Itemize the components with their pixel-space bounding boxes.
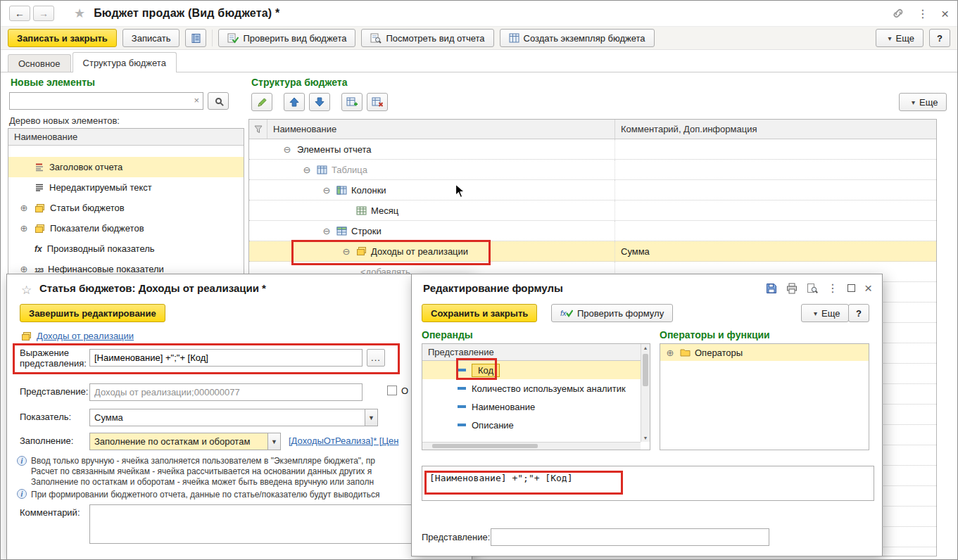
notebook-icon <box>191 33 201 44</box>
check-formula-button[interactable]: fx Проверить формулу <box>551 304 673 322</box>
view-report-button[interactable]: Посмотреть вид отчета <box>361 29 493 47</box>
item-link[interactable]: Доходы от реализации <box>37 331 134 341</box>
collapse-icon[interactable]: ⊖ <box>282 144 293 155</box>
favorite-star-icon[interactable]: ☆ <box>21 283 32 298</box>
save-icon[interactable] <box>766 283 777 294</box>
checkbox[interactable] <box>387 386 397 395</box>
operand-row-selected[interactable]: Код <box>422 361 650 379</box>
formula-more-button[interactable]: Еще <box>801 304 849 322</box>
operand-row[interactable]: Количество используемых аналитик <box>422 379 650 397</box>
collapse-icon[interactable]: ⊖ <box>321 185 332 196</box>
maximize-icon[interactable] <box>847 284 855 292</box>
formula-save-close-button[interactable]: Сохранить и закрыть <box>422 304 537 322</box>
save-and-close-button[interactable]: Записать и закрыть <box>8 29 117 47</box>
list-item-budget-items[interactable]: ⊕ Статьи бюджетов <box>8 198 244 218</box>
table-row[interactable]: ⊖ Колонки <box>249 180 936 201</box>
expression-input[interactable] <box>89 349 363 367</box>
tree-caption: Дерево новых элементов: <box>9 115 120 126</box>
more-menu-icon[interactable]: ⋮ <box>827 281 838 295</box>
close-dialog-icon[interactable]: × <box>864 281 872 295</box>
fx-check-icon: fx <box>560 308 573 318</box>
column-header-comment[interactable]: Комментарий, Доп.информация <box>615 120 936 139</box>
filling-combo[interactable]: Заполнение по остаткам и оборотам ▼ <box>89 433 281 450</box>
move-up-button[interactable] <box>284 93 305 111</box>
create-budget-instance-button[interactable]: Создать экземпляр бюджета <box>500 29 655 47</box>
list-item-derived-indicator[interactable]: Производный показатель <box>8 238 244 259</box>
operand-row[interactable]: Описание <box>422 416 650 434</box>
list-item-report-header[interactable]: Заголовок отчета <box>8 157 244 177</box>
list-item-budget-indicators[interactable]: ⊕ Показатели бюджетов <box>8 218 244 238</box>
check-budget-view-button[interactable]: Проверить вид бюджета <box>218 29 355 47</box>
delete-group-button[interactable] <box>367 93 388 111</box>
scrollbar-thumb[interactable] <box>432 444 538 448</box>
forward-button[interactable]: → <box>33 6 54 21</box>
add-group-button[interactable] <box>341 93 363 111</box>
indicator-combo[interactable]: Сумма ▼ <box>89 409 378 426</box>
column-header-name[interactable]: Наименование <box>267 120 615 139</box>
formula-presentation-label: Представление: <box>422 532 490 542</box>
close-window-icon[interactable]: × <box>941 7 949 20</box>
table-row[interactable]: Месяц <box>249 201 936 221</box>
app-window: ← → ★ Бюджет продаж (Вид бюджета) * ⋮ × … <box>0 0 958 560</box>
comment-label: Комментарий: <box>20 507 80 518</box>
sort-column-header[interactable] <box>249 120 267 139</box>
preview-icon[interactable] <box>807 283 818 294</box>
scrollbar-thumb[interactable] <box>643 354 648 386</box>
help-button[interactable]: ? <box>929 29 950 47</box>
tree-column-header[interactable]: Наименование <box>8 129 244 146</box>
notebook-button[interactable] <box>185 29 206 47</box>
table-document-icon <box>509 33 519 43</box>
comment-textarea[interactable] <box>89 504 419 544</box>
table-row[interactable]: ⊖ Строки <box>249 221 936 241</box>
expand-icon[interactable]: ⊕ <box>18 203 30 213</box>
more-actions-button[interactable]: Еще <box>876 29 924 47</box>
search-button[interactable] <box>208 92 229 110</box>
expand-icon[interactable]: ⊕ <box>664 348 676 358</box>
rows-icon <box>336 227 347 236</box>
presentation-label: Представление: <box>20 386 88 397</box>
vertical-scrollbar[interactable]: ▲ ▼ <box>641 344 650 442</box>
formula-help-button[interactable]: ? <box>848 304 869 322</box>
table-row[interactable]: ⊖ Таблица <box>249 160 936 180</box>
save-button[interactable]: Записать <box>122 29 180 47</box>
filling-link[interactable]: [ДоходыОтРеализа]* [Цен <box>289 435 398 446</box>
search-input[interactable] <box>10 93 203 109</box>
scroll-down-icon[interactable]: ▼ <box>641 435 650 440</box>
collapse-icon[interactable]: ⊖ <box>341 246 352 257</box>
list-item-static-text[interactable]: Нередактируемый текст <box>8 177 244 198</box>
formula-text-box[interactable]: [Наименование] +";"+ [Код] <box>422 466 874 501</box>
structure-more-button[interactable]: Еще <box>899 93 947 111</box>
operand-icon <box>458 387 466 390</box>
print-icon[interactable] <box>786 283 798 294</box>
operators-list: ⊕ Операторы <box>660 343 869 450</box>
operators-root-row[interactable]: ⊕ Операторы <box>660 344 869 361</box>
title-bar: ← → ★ Бюджет продаж (Вид бюджета) * ⋮ × <box>1 1 957 26</box>
collapse-icon[interactable]: ⊖ <box>301 165 313 175</box>
operand-row[interactable]: Наименование <box>422 397 650 416</box>
edit-button[interactable] <box>251 93 272 111</box>
budget-item-icon <box>21 331 32 341</box>
operands-column-header[interactable]: Представление <box>422 344 650 361</box>
expand-icon[interactable]: ⊕ <box>18 223 30 234</box>
scroll-up-icon[interactable]: ▲ <box>641 345 650 350</box>
table-row[interactable]: ⊖ Элементы отчета <box>249 139 936 160</box>
chevron-down-icon[interactable]: ▼ <box>267 433 280 450</box>
clear-search-icon[interactable]: × <box>194 95 199 106</box>
more-menu-icon[interactable]: ⋮ <box>917 7 928 20</box>
finish-editing-button[interactable]: Завершить редактирование <box>20 304 165 322</box>
operands-list: Представление Код Количество используемы… <box>422 343 650 450</box>
formula-presentation-input[interactable] <box>491 528 769 546</box>
horizontal-scrollbar[interactable] <box>422 442 641 450</box>
link-icon[interactable] <box>892 7 905 20</box>
chevron-down-icon[interactable]: ▼ <box>365 409 377 426</box>
favorite-star-icon[interactable]: ★ <box>74 6 85 21</box>
tab-main[interactable]: Основное <box>8 54 71 72</box>
expression-picker-button[interactable]: ... <box>367 349 385 367</box>
expand-icon[interactable]: ⊕ <box>18 264 30 274</box>
table-row-selected[interactable]: ⊖ Доходы от реализации Сумма <box>249 241 936 262</box>
collapse-icon[interactable]: ⊖ <box>321 226 332 236</box>
back-button[interactable]: ← <box>9 6 30 21</box>
tab-budget-structure[interactable]: Структура бюджета <box>73 52 177 72</box>
operands-title: Операнды <box>422 329 473 341</box>
move-down-button[interactable] <box>309 93 330 111</box>
